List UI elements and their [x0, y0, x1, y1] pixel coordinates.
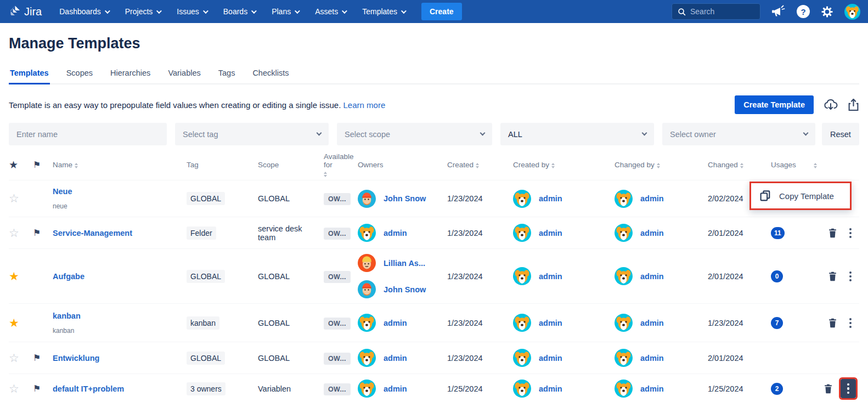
- filter-tag-select[interactable]: Select tag: [175, 123, 329, 145]
- chevron-down-icon: [642, 131, 647, 136]
- row-menu-button[interactable]: [845, 269, 856, 284]
- available-for-badge[interactable]: OW...: [324, 193, 351, 205]
- usages-badge[interactable]: 2: [771, 383, 783, 395]
- template-name-link[interactable]: kanban: [53, 312, 187, 320]
- created-by-link[interactable]: admin: [539, 194, 562, 203]
- usages-badge[interactable]: 7: [771, 317, 783, 329]
- tab-hierarchies[interactable]: Hierarchies: [109, 65, 151, 83]
- owner-link[interactable]: admin: [384, 354, 407, 363]
- created-by-link[interactable]: admin: [539, 354, 562, 363]
- available-for-badge[interactable]: OW...: [324, 318, 351, 330]
- tag-badge: GLOBAL: [187, 192, 225, 205]
- header-created-by[interactable]: Created by: [513, 161, 615, 169]
- tab-scopes[interactable]: Scopes: [65, 65, 94, 83]
- template-name-link[interactable]: Neue: [53, 187, 187, 196]
- copy-template-menu-item[interactable]: Copy Template: [749, 182, 852, 210]
- row-menu-button[interactable]: [845, 316, 856, 330]
- delete-button[interactable]: [828, 318, 837, 328]
- changed-by-avatar: [615, 314, 633, 332]
- available-for-badge[interactable]: OW...: [324, 228, 351, 240]
- favorite-column-icon[interactable]: ★: [9, 158, 18, 171]
- favorite-star[interactable]: ★: [9, 270, 19, 282]
- changed-by-avatar: [615, 380, 633, 398]
- create-template-button[interactable]: Create Template: [735, 95, 814, 114]
- owner-link[interactable]: Lillian As...: [384, 259, 425, 268]
- tab-tags[interactable]: Tags: [217, 65, 236, 83]
- filter-name-input[interactable]: [9, 123, 167, 145]
- template-name-link[interactable]: Service-Management: [53, 229, 187, 237]
- created-by-link[interactable]: admin: [539, 272, 562, 281]
- created-by-link[interactable]: admin: [539, 319, 562, 327]
- help-button[interactable]: ?: [797, 5, 810, 18]
- header-changed-by[interactable]: Changed by: [615, 161, 708, 169]
- filter-type-select[interactable]: ALL: [500, 123, 654, 145]
- row-menu-button-active[interactable]: [841, 379, 856, 399]
- create-button[interactable]: Create: [421, 3, 462, 20]
- reset-filters-button[interactable]: Reset: [822, 123, 859, 145]
- tab-bar: Templates Scopes Hierarchies Variables T…: [9, 65, 859, 84]
- row-menu-button[interactable]: [845, 226, 856, 240]
- search-box[interactable]: [672, 3, 760, 20]
- export-templates-button[interactable]: [848, 98, 859, 111]
- header-created[interactable]: Created: [447, 161, 513, 169]
- created-date: 1/23/2024: [447, 272, 513, 281]
- delete-button[interactable]: [824, 384, 833, 394]
- changed-by-link[interactable]: admin: [640, 272, 664, 281]
- settings-button[interactable]: [821, 5, 833, 18]
- tab-templates[interactable]: Templates: [9, 65, 50, 84]
- owner-link[interactable]: John Snow: [384, 285, 426, 294]
- user-avatar[interactable]: [844, 4, 860, 20]
- jira-logo[interactable]: Jira: [8, 5, 42, 18]
- available-for-badge[interactable]: OW...: [324, 353, 351, 365]
- filter-owner-select[interactable]: Select owner: [662, 123, 815, 145]
- owner-link[interactable]: admin: [384, 384, 407, 393]
- nav-boards[interactable]: Boards: [223, 7, 255, 16]
- owner-link[interactable]: John Snow: [384, 194, 426, 203]
- owner-link[interactable]: admin: [384, 229, 407, 237]
- changed-by-link[interactable]: admin: [640, 319, 664, 327]
- header-usages[interactable]: Usages: [771, 161, 812, 169]
- changed-date: 2/01/2024: [708, 354, 771, 363]
- tab-variables[interactable]: Variables: [167, 65, 201, 83]
- template-name-link[interactable]: default IT+problem: [53, 384, 187, 393]
- nav-assets[interactable]: Assets: [315, 7, 346, 16]
- template-name-link[interactable]: Entwicklung: [53, 354, 187, 363]
- nav-projects[interactable]: Projects: [125, 7, 161, 16]
- announcements-button[interactable]: [771, 5, 786, 18]
- available-for-badge[interactable]: OW...: [324, 271, 351, 283]
- changed-by-link[interactable]: admin: [640, 354, 664, 363]
- nav-issues[interactable]: Issues: [177, 7, 206, 16]
- changed-by-link[interactable]: admin: [640, 194, 664, 203]
- nav-templates[interactable]: Templates: [362, 7, 405, 16]
- filter-scope-select[interactable]: Select scope: [337, 123, 492, 145]
- favorite-star[interactable]: ☆: [9, 227, 19, 239]
- usages-badge[interactable]: 0: [771, 270, 783, 282]
- delete-button[interactable]: [828, 228, 837, 238]
- tab-checklists[interactable]: Checklists: [251, 65, 290, 83]
- changed-by-link[interactable]: admin: [640, 384, 664, 393]
- header-available-for[interactable]: Available for: [324, 152, 358, 177]
- changed-by-link[interactable]: admin: [640, 229, 664, 237]
- learn-more-link[interactable]: Learn more: [343, 100, 386, 110]
- owner-link[interactable]: admin: [384, 319, 407, 327]
- header-name[interactable]: Name: [53, 161, 187, 169]
- header-changed[interactable]: Changed: [708, 161, 771, 169]
- usages-badge[interactable]: 11: [771, 227, 785, 239]
- changed-by-avatar: [615, 267, 633, 285]
- favorite-star[interactable]: ☆: [9, 352, 19, 364]
- changed-date: 2/01/2024: [708, 272, 771, 281]
- search-input[interactable]: [690, 7, 751, 16]
- favorite-star[interactable]: ☆: [9, 382, 19, 395]
- flag-column-icon[interactable]: ⚑: [33, 160, 41, 170]
- template-name-link[interactable]: Aufgabe: [53, 272, 187, 281]
- delete-button[interactable]: [828, 271, 837, 281]
- tag-badge: kanban: [187, 316, 219, 330]
- import-templates-button[interactable]: [824, 98, 838, 111]
- favorite-star[interactable]: ★: [9, 316, 19, 329]
- favorite-star[interactable]: ☆: [9, 192, 19, 205]
- nav-dashboards[interactable]: Dashboards: [59, 7, 109, 16]
- created-by-link[interactable]: admin: [539, 384, 562, 393]
- available-for-badge[interactable]: OW...: [324, 383, 351, 395]
- created-by-link[interactable]: admin: [539, 229, 562, 237]
- nav-plans[interactable]: Plans: [272, 7, 298, 16]
